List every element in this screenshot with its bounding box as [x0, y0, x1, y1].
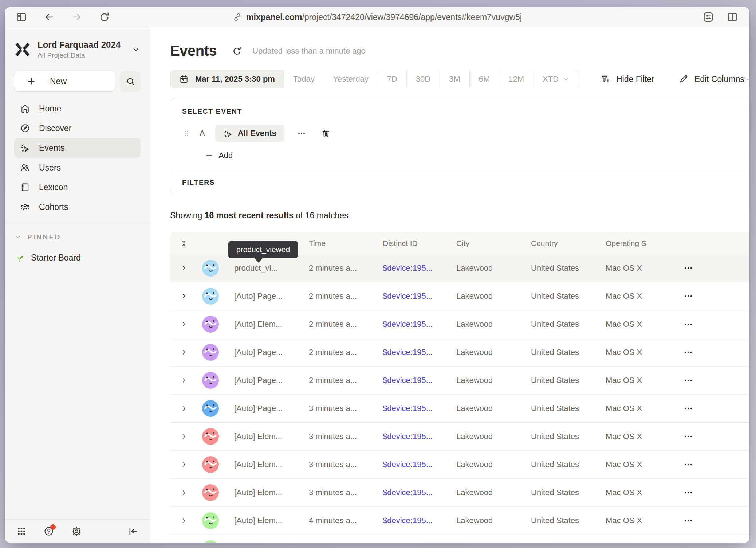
edit-columns-button[interactable]: Edit Columns · 6	[678, 74, 749, 84]
expand-row-icon[interactable]	[180, 432, 188, 441]
table-row[interactable]: [Auto] Page... 2 minutes a... $device:19…	[170, 338, 749, 367]
distinct-id-link[interactable]: $device:195...	[383, 376, 433, 385]
distinct-id-link[interactable]: $device:195...	[383, 460, 433, 469]
table-row[interactable]: [Auto] Elem... 4 minutes a... $device:19…	[170, 507, 749, 535]
collapse-sidebar-icon[interactable]	[127, 526, 138, 537]
row-menu-icon[interactable]	[683, 319, 749, 330]
table-row[interactable]: [Auto] Elem... 3 minutes a... $device:19…	[170, 451, 749, 479]
table-row[interactable]: [Auto] Page... 3 minutes a... $device:19…	[170, 395, 749, 423]
expand-row-icon[interactable]	[180, 292, 188, 300]
browser-sidebar-toggle-icon[interactable]	[16, 11, 27, 23]
refresh-icon[interactable]	[232, 46, 242, 56]
forward-icon	[71, 11, 83, 23]
row-menu-icon[interactable]	[683, 487, 749, 498]
search-button[interactable]	[120, 71, 141, 91]
distinct-id-link[interactable]: $device:195...	[383, 432, 433, 441]
table-row[interactable]: [Auto] Elem... 3 minutes a... $device:19…	[170, 479, 749, 507]
sidebar-item-home[interactable]: Home	[14, 99, 141, 118]
table-row[interactable]	[170, 535, 749, 543]
column-header-city[interactable]: City	[456, 239, 531, 248]
back-icon[interactable]	[43, 11, 55, 23]
table-row[interactable]: [Auto] Elem... 3 minutes a... $device:19…	[170, 423, 749, 451]
distinct-id-link[interactable]: $device:195...	[383, 516, 433, 525]
expand-row-icon[interactable]	[180, 376, 188, 384]
expand-row-icon[interactable]	[180, 404, 188, 412]
settings-gear-icon[interactable]	[71, 526, 82, 537]
apps-grid-icon[interactable]	[16, 526, 27, 536]
tooltip-caret	[255, 258, 263, 263]
sidebar-item-cohorts[interactable]: Cohorts	[14, 197, 141, 217]
book-icon	[20, 182, 30, 192]
column-header-country[interactable]: Country	[531, 239, 606, 248]
event-name-cell: [Auto] Elem...	[223, 516, 309, 525]
range-12m[interactable]: 12M	[499, 70, 533, 88]
row-menu-icon[interactable]	[683, 431, 749, 442]
os-cell: Mac OS X	[606, 404, 673, 413]
table-row[interactable]: [Auto] Page... 2 minutes a... $device:19…	[170, 367, 749, 395]
table-row[interactable]: [Auto] Elem... 2 minutes a... $device:19…	[170, 310, 749, 338]
sidebar-item-discover[interactable]: Discover	[14, 118, 141, 138]
row-menu-icon[interactable]	[683, 291, 749, 302]
users-icon	[20, 163, 30, 173]
sidebar-item-lexicon[interactable]: Lexicon	[14, 177, 141, 197]
row-menu-icon[interactable]	[683, 515, 749, 526]
sidebar-item-users[interactable]: Users	[14, 158, 141, 177]
range-xtd-dropdown[interactable]: XTD	[533, 70, 579, 88]
row-menu-icon[interactable]	[683, 375, 749, 386]
select-event-section: SELECT EVENT A All Events	[170, 98, 749, 170]
trash-icon[interactable]	[321, 128, 331, 138]
row-menu-icon[interactable]	[683, 347, 749, 358]
row-menu-icon[interactable]	[683, 263, 749, 274]
row-menu-icon[interactable]	[683, 403, 749, 414]
distinct-id-link[interactable]: $device:195...	[383, 488, 433, 497]
results-summary: Showing 16 most recent results of 16 mat…	[170, 211, 749, 220]
hide-filter-button[interactable]: Hide Filter	[600, 74, 654, 84]
pinned-section-header[interactable]: PINNED	[14, 233, 141, 241]
sidebar-item-events[interactable]: Events	[14, 138, 141, 158]
range-6m[interactable]: 6M	[469, 70, 499, 88]
chevron-down-icon	[562, 75, 570, 83]
range-3m[interactable]: 3M	[440, 70, 469, 88]
address-bar[interactable]: mixpanel.com/project/3472420/view/397469…	[232, 7, 522, 27]
column-header-time[interactable]: Time	[309, 239, 383, 248]
city-cell: Lakewood	[456, 432, 531, 441]
sidebar-divider	[5, 222, 150, 222]
expand-row-icon[interactable]	[180, 517, 188, 525]
add-event-button[interactable]: Add	[205, 151, 749, 160]
column-header-os[interactable]: Operating S	[606, 239, 673, 248]
event-name-cell: [Auto] Elem...	[223, 432, 309, 441]
drag-handle-icon[interactable]	[182, 129, 191, 138]
range-today[interactable]: Today	[284, 70, 324, 88]
event-selector-chip[interactable]: All Events	[215, 125, 284, 142]
sidebar-item-starter-board[interactable]: Starter Board	[14, 253, 141, 263]
expand-row-icon[interactable]	[180, 461, 188, 469]
workspace-switcher[interactable]: Lord Farquaad 2024 All Project Data	[14, 40, 141, 59]
distinct-id-link[interactable]: $device:195...	[383, 320, 433, 329]
expand-row-icon[interactable]	[180, 264, 188, 272]
range-7d[interactable]: 7D	[378, 70, 406, 88]
date-picker-segment[interactable]: Mar 11, 2025 3:30 pm	[170, 70, 284, 88]
column-header-distinct-id[interactable]: Distinct ID	[383, 239, 456, 248]
row-menu-icon[interactable]	[683, 459, 749, 470]
range-30d[interactable]: 30D	[406, 70, 440, 88]
distinct-id-link[interactable]: $device:195...	[383, 263, 433, 273]
split-view-icon[interactable]	[726, 11, 739, 23]
mixpanel-logo-icon	[14, 41, 31, 58]
table-body: product_vi... 2 minutes a... $device:195…	[170, 254, 749, 543]
expand-row-icon[interactable]	[180, 348, 188, 356]
reload-icon[interactable]	[99, 11, 110, 23]
event-options-icon[interactable]	[297, 129, 306, 138]
help-button[interactable]	[43, 526, 54, 537]
sort-icon[interactable]	[170, 239, 198, 248]
time-cell: 2 minutes a...	[309, 263, 383, 273]
distinct-id-link[interactable]: $device:195...	[383, 348, 433, 357]
expand-row-icon[interactable]	[180, 489, 188, 497]
page-settings-icon[interactable]	[702, 11, 714, 23]
distinct-id-link[interactable]: $device:195...	[383, 404, 433, 413]
expand-row-icon[interactable]	[180, 320, 188, 328]
table-row[interactable]: [Auto] Page... 2 minutes a... $device:19…	[170, 282, 749, 310]
distinct-id-link[interactable]: $device:195...	[383, 291, 433, 301]
event-avatar	[202, 484, 219, 501]
new-button[interactable]: New	[14, 71, 115, 91]
range-yesterday[interactable]: Yesterday	[324, 70, 378, 88]
